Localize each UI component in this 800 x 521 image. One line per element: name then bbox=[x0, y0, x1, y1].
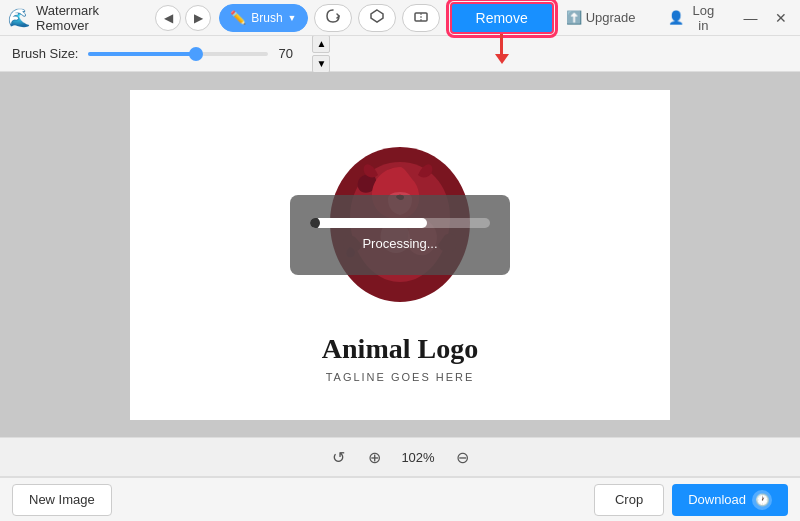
arrow-indicator bbox=[495, 34, 509, 64]
brush-icon: ✏️ bbox=[230, 10, 246, 25]
login-button[interactable]: 👤 Log in bbox=[656, 4, 732, 32]
close-button[interactable]: ✕ bbox=[770, 6, 792, 30]
toolbar: ✏️ Brush ▼ bbox=[219, 4, 439, 32]
brush-label: Brush bbox=[251, 11, 282, 25]
new-image-button[interactable]: New Image bbox=[12, 484, 112, 516]
brush-increase-button[interactable]: ▲ bbox=[312, 35, 330, 53]
eraser-tool-button[interactable] bbox=[402, 4, 440, 32]
upgrade-icon: ⬆️ bbox=[566, 10, 582, 25]
forward-button[interactable]: ▶ bbox=[185, 5, 211, 31]
upgrade-label: Upgrade bbox=[586, 10, 636, 25]
zoom-in-button[interactable]: ⊕ bbox=[362, 445, 386, 469]
image-container[interactable]: Animal Logo TAGLINE GOES HERE Processing… bbox=[130, 90, 670, 420]
lasso-icon bbox=[325, 8, 341, 27]
brush-slider[interactable] bbox=[88, 52, 268, 56]
brush-decrease-button[interactable]: ▼ bbox=[312, 55, 330, 73]
progress-dot bbox=[310, 218, 320, 228]
app-title: Watermark Remover bbox=[36, 3, 151, 33]
brush-tool-button[interactable]: ✏️ Brush ▼ bbox=[219, 4, 307, 32]
processing-overlay: Processing... bbox=[290, 195, 510, 275]
eraser-icon bbox=[413, 8, 429, 27]
download-icon: 🕐 bbox=[752, 490, 772, 510]
lasso-tool-button[interactable] bbox=[314, 4, 352, 32]
title-bar: 🌊 Watermark Remover ◀ ▶ ✏️ Brush ▼ bbox=[0, 0, 800, 36]
download-button[interactable]: Download 🕐 bbox=[672, 484, 788, 516]
zoom-out-button[interactable]: ⊖ bbox=[450, 445, 474, 469]
brush-value: 70 bbox=[278, 46, 302, 61]
brush-bar: Brush Size: 70 ▲ ▼ bbox=[0, 36, 800, 72]
nav-buttons: ◀ ▶ bbox=[155, 5, 211, 31]
progress-bar-fill bbox=[310, 218, 427, 228]
back-button[interactable]: ◀ bbox=[155, 5, 181, 31]
zoom-level: 102% bbox=[398, 450, 438, 465]
user-icon: 👤 bbox=[668, 10, 684, 25]
progress-bar bbox=[310, 218, 490, 228]
logo-title: Animal Logo bbox=[322, 333, 478, 365]
logo-tagline: TAGLINE GOES HERE bbox=[326, 371, 475, 383]
crop-button[interactable]: Crop bbox=[594, 484, 664, 516]
app-icon: 🌊 bbox=[8, 7, 30, 29]
polygon-tool-button[interactable] bbox=[358, 4, 396, 32]
app-logo-area: 🌊 Watermark Remover bbox=[8, 3, 151, 33]
brush-slider-fill bbox=[88, 52, 196, 56]
canvas-area: Animal Logo TAGLINE GOES HERE Processing… bbox=[0, 72, 800, 437]
minimize-button[interactable]: — bbox=[739, 6, 761, 30]
action-bar: New Image Crop Download 🕐 bbox=[0, 477, 800, 521]
brush-slider-thumb[interactable] bbox=[189, 47, 203, 61]
login-label: Log in bbox=[688, 3, 720, 33]
processing-text: Processing... bbox=[362, 236, 437, 251]
arrow-shaft bbox=[500, 34, 503, 54]
zoom-reset-button[interactable]: ↺ bbox=[326, 445, 350, 469]
remove-button[interactable]: Remove bbox=[450, 2, 554, 34]
brush-size-label: Brush Size: bbox=[12, 46, 78, 61]
right-controls: ⬆️ Upgrade 👤 Log in — ✕ bbox=[554, 4, 792, 32]
zoom-bar: ↺ ⊕ 102% ⊖ bbox=[0, 437, 800, 477]
right-action-buttons: Crop Download 🕐 bbox=[594, 484, 788, 516]
remove-button-container: Remove bbox=[450, 2, 554, 34]
polygon-icon bbox=[369, 8, 385, 27]
brush-chevron: ▼ bbox=[288, 13, 297, 23]
arrow-head bbox=[495, 54, 509, 64]
download-label: Download bbox=[688, 492, 746, 507]
upgrade-button[interactable]: ⬆️ Upgrade bbox=[554, 4, 648, 32]
